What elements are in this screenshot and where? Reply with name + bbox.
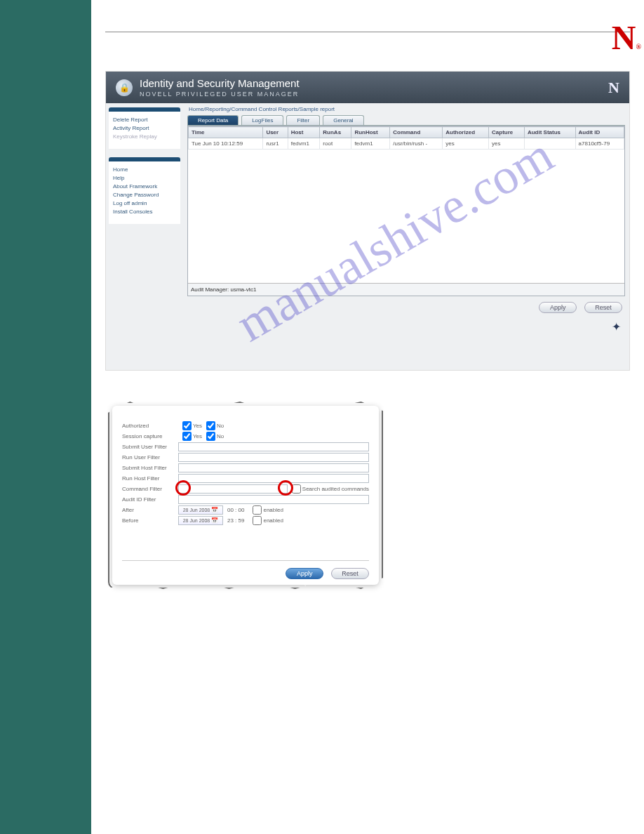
submit-host-input[interactable] [178,463,369,472]
sidebar-item-logoff[interactable]: Log off admin [113,200,176,206]
session-yes-checkbox[interactable] [182,432,192,441]
sidebar-item-keystroke-replay[interactable]: Keystroke Replay [113,133,176,140]
audit-manager-label: Audit Manager: [191,286,229,293]
run-user-input[interactable] [178,453,369,462]
before-label: Before [122,517,178,524]
submit-user-input[interactable] [178,442,369,451]
reset-button[interactable]: Reset [584,302,622,313]
calendar-icon: 📅 [211,507,218,513]
app-title: Identity and Security Management [140,77,300,89]
app-window: 🔒 Identity and Security Management NOVEL… [105,71,630,371]
before-enabled-checkbox[interactable] [253,516,262,525]
cell-command: /usr/bin/rush - [390,138,443,150]
before-time[interactable]: 23 : 59 [227,517,244,524]
after-enabled[interactable]: enabled [253,505,283,515]
pointer-cursor-icon: ☟ [302,578,307,588]
authorized-no[interactable]: No [206,421,224,430]
app-subtitle: NOVELL PRIVILEGED USER MANAGER [140,91,300,98]
sidebar-item-about[interactable]: About Framework [113,183,176,190]
submit-user-label: Submit User Filter [122,444,178,450]
filter-apply-button[interactable]: Apply ☟ [286,568,323,579]
col-runhost[interactable]: RunHost [351,127,390,138]
run-user-label: Run User Filter [122,454,178,461]
after-time[interactable]: 00 : 00 [227,507,244,513]
sidebar-group-report: Delete Report Activity Report Keystroke … [109,107,180,149]
audit-manager-value: usma-vtc1 [231,286,257,293]
cell-runas: root [320,138,351,150]
cell-authorized: yes [443,138,489,150]
doc-header-rule [105,6,630,32]
authorized-yes[interactable]: Yes [182,421,202,430]
sidebar-item-activity-report[interactable]: Activity Report [113,125,176,131]
after-date[interactable]: 28 Jun 2008📅 [178,505,223,515]
session-no[interactable]: No [206,432,224,441]
doc-left-stripe [0,0,91,834]
authorized-label: Authorized [122,423,178,429]
col-runas[interactable]: RunAs [320,127,351,138]
col-user[interactable]: User [263,127,288,138]
col-capture[interactable]: Capture [489,127,525,138]
sidebar-group-nav: Home Help About Framework Change Passwor… [109,157,180,224]
table-row[interactable]: Tue Jun 10 10:12:59 rusr1 fedvm1 root fe… [189,138,624,150]
novell-n-icon: N [608,79,619,97]
session-capture-label: Session capture [122,433,178,439]
col-audit-id[interactable]: Audit ID [575,127,624,138]
audit-id-label: Audit ID Filter [122,496,178,503]
before-date[interactable]: 28 Jun 2008📅 [178,516,223,525]
col-command[interactable]: Command [390,127,443,138]
cell-user: rusr1 [263,138,288,150]
command-filter-input[interactable] [178,484,288,494]
novell-logo: N® [612,25,641,51]
search-audited-checkbox[interactable] [292,484,301,494]
filter-reset-button[interactable]: Reset [331,568,369,579]
session-no-checkbox[interactable] [206,432,215,441]
apply-button[interactable]: Apply [539,302,577,313]
run-host-label: Run Host Filter [122,475,178,482]
report-grid: Time User Host RunAs RunHost Command Aut… [187,126,625,296]
grid-scroll-area[interactable] [188,150,624,283]
col-authorized[interactable]: Authorized [443,127,489,138]
search-audited[interactable]: Search audited commands [292,484,369,494]
cell-audit-id: a7810cf5-79 [575,138,624,150]
audit-manager-line: Audit Manager: usma-vtc1 [188,283,624,296]
authorized-no-checkbox[interactable] [206,421,215,430]
col-host[interactable]: Host [288,127,320,138]
cell-audit-status [524,138,575,150]
sidebar-item-home[interactable]: Home [113,166,176,173]
sidebar: Delete Report Activity Report Keystroke … [106,103,183,370]
breadcrumb[interactable]: Home/Reporting/Command Control Reports/S… [187,103,625,115]
run-host-input[interactable] [178,474,369,483]
calendar-icon: 📅 [211,517,218,524]
gear-cluster-icon[interactable]: ✦ [187,319,625,338]
session-yes[interactable]: Yes [182,432,202,441]
tab-filter[interactable]: Filter [286,115,320,125]
audit-id-input[interactable] [178,495,369,504]
command-filter-label: Command Filter [122,486,178,492]
col-time[interactable]: Time [189,127,263,138]
before-enabled[interactable]: enabled [253,516,283,525]
authorized-yes-checkbox[interactable] [182,421,192,430]
sidebar-item-help[interactable]: Help [113,175,176,181]
tab-general[interactable]: General [323,115,363,125]
tab-logfiles[interactable]: LogFiles [241,115,283,125]
cell-runhost: fedvm1 [351,138,390,150]
after-label: After [122,507,178,513]
cell-time: Tue Jun 10 10:12:59 [189,138,263,150]
sidebar-item-change-password[interactable]: Change Password [113,192,176,198]
lock-icon: 🔒 [116,79,133,96]
filter-panel: Authorized Yes No Session capture Yes No… [112,406,379,585]
tabs: Report Data LogFiles Filter General [187,115,625,126]
sidebar-item-delete-report[interactable]: Delete Report [113,117,176,123]
submit-host-label: Submit Host Filter [122,465,178,471]
cell-capture: yes [489,138,525,150]
sidebar-item-install-consoles[interactable]: Install Consoles [113,208,176,215]
col-audit-status[interactable]: Audit Status [524,127,575,138]
after-enabled-checkbox[interactable] [253,505,262,515]
app-titlebar: 🔒 Identity and Security Management NOVEL… [106,72,629,103]
tab-report-data[interactable]: Report Data [187,115,239,125]
cell-host: fedvm1 [288,138,320,150]
